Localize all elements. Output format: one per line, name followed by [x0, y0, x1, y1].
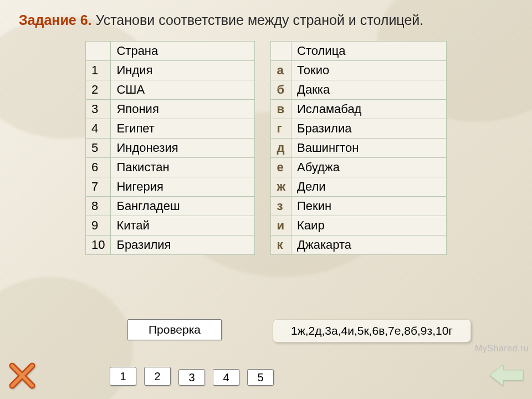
- table-row: 8Бангладеш: [85, 197, 254, 216]
- table-row: гБразилиа: [271, 119, 447, 139]
- table-row: 10Бразилия: [85, 236, 254, 255]
- table-row: 4Египет: [85, 119, 254, 139]
- table-row: кДжакарта: [271, 236, 447, 255]
- nav-4[interactable]: 4: [213, 369, 239, 386]
- table-row: 9Китай: [85, 216, 254, 236]
- nav-2[interactable]: 2: [144, 367, 171, 386]
- table-row: 1Индия: [85, 61, 254, 80]
- table-row: дВашингтон: [271, 139, 447, 158]
- task-title: Задание 6. Установи соответствие между с…: [19, 12, 513, 28]
- table-row: еАбуджа: [271, 158, 447, 177]
- close-icon[interactable]: [9, 362, 35, 389]
- table-row: 7Нигерия: [85, 177, 254, 197]
- countries-header: Страна: [111, 42, 255, 61]
- countries-table: Страна 1Индия 2США 3Япония 4Египет 5Индо…: [85, 41, 255, 255]
- slide-nav: 1 2 3 4 5: [110, 367, 274, 386]
- table-row: 2США: [85, 80, 254, 100]
- nav-3[interactable]: 3: [178, 369, 205, 386]
- capitals-table: Столица аТокио бДакка вИсламабад гБразил…: [270, 41, 447, 255]
- task-number: Задание 6.: [19, 12, 92, 28]
- table-row: зПекин: [271, 197, 447, 216]
- task-text: Установи соответствие между страной и ст…: [92, 12, 424, 28]
- table-row: жДели: [271, 177, 447, 197]
- nav-5[interactable]: 5: [247, 369, 274, 386]
- nav-1[interactable]: 1: [110, 367, 136, 386]
- back-arrow-icon[interactable]: [489, 361, 524, 389]
- table-row: вИсламабад: [271, 100, 447, 119]
- table-row: аТокио: [271, 61, 447, 80]
- answer-key: 1ж,2д,3а,4и,5к,6в,7е,8б,9з,10г: [273, 319, 471, 342]
- watermark: MyShared.ru: [475, 344, 529, 354]
- svg-marker-0: [490, 365, 523, 386]
- table-row: 6Пакистан: [85, 158, 254, 177]
- capitals-header: Столица: [291, 42, 447, 61]
- table-row: 3Япония: [85, 100, 254, 119]
- table-row: иКаир: [271, 216, 447, 236]
- table-row: бДакка: [271, 80, 447, 100]
- check-button[interactable]: Проверка: [127, 319, 222, 340]
- table-row: 5Индонезия: [85, 139, 254, 158]
